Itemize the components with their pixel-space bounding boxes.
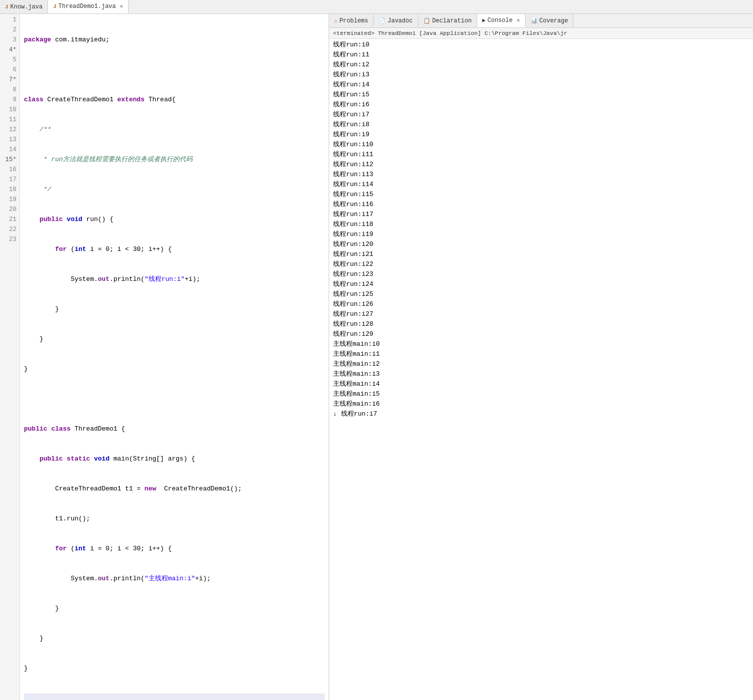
tab-javadoc[interactable]: 📄 Javadoc bbox=[374, 14, 418, 27]
code-line-23 bbox=[24, 694, 325, 700]
editor-pane: 1 2 3 4* 5 6 7* 8 9 10 11 12 13 14 15* 1… bbox=[0, 14, 329, 700]
code-line-22: } bbox=[24, 664, 325, 674]
console-status-bar: <terminated> ThreadDemo1 [Java Applicati… bbox=[329, 28, 753, 39]
right-pane: ⚠ Problems 📄 Javadoc 📋 Declaration ▶ Con… bbox=[329, 14, 753, 700]
know-tab-label: Know.java bbox=[10, 3, 43, 10]
code-line-7: public void run() { bbox=[24, 215, 325, 225]
console-line-9: 线程run:i9 bbox=[333, 130, 749, 140]
console-line-11: 线程run:i11 bbox=[333, 150, 749, 160]
code-line-3: class CreateThreadDemo1 extends Thread{ bbox=[24, 95, 325, 105]
code-line-11: } bbox=[24, 334, 325, 344]
console-line-33: 主线程main:i3 bbox=[333, 369, 749, 379]
code-line-1: package com.itmayiedu; bbox=[24, 35, 325, 45]
code-line-9: System.out.println("线程run:i"+i); bbox=[24, 274, 325, 284]
javadoc-label: Javadoc bbox=[387, 17, 412, 24]
line-numbers: 1 2 3 4* 5 6 7* 8 9 10 11 12 13 14 15* 1… bbox=[0, 14, 20, 700]
console-line-25: 线程run:i25 bbox=[333, 289, 749, 299]
console-line-5: 线程run:i5 bbox=[333, 90, 749, 100]
code-line-10: } bbox=[24, 304, 325, 314]
code-line-18: for (int i = 0; i < 30; i++) { bbox=[24, 544, 325, 554]
console-line-2: 线程run:i2 bbox=[333, 60, 749, 70]
console-line-30: 主线程main:i0 bbox=[333, 339, 749, 349]
console-line-7: 线程run:i7 bbox=[333, 110, 749, 120]
console-line-3: 线程run:i3 bbox=[333, 70, 749, 80]
console-line-12: 线程run:i12 bbox=[333, 160, 749, 170]
code-area[interactable]: 1 2 3 4* 5 6 7* 8 9 10 11 12 13 14 15* 1… bbox=[0, 14, 329, 700]
code-line-8: for (int i = 0; i < 30; i++) { bbox=[24, 244, 325, 254]
tab-problems[interactable]: ⚠ Problems bbox=[329, 14, 374, 27]
tab-close-icon[interactable]: ✕ bbox=[120, 3, 123, 9]
console-line-24: 线程run:i24 bbox=[333, 279, 749, 289]
editor-tab-bar: J Know.java J ThreadDemo1.java ✕ bbox=[0, 0, 753, 14]
problems-icon: ⚠ bbox=[334, 17, 338, 24]
console-line-19: 线程run:i19 bbox=[333, 230, 749, 239]
console-line-6: 线程run:i6 bbox=[333, 100, 749, 110]
console-line-26: 线程run:i26 bbox=[333, 299, 749, 309]
know-file-icon: J bbox=[5, 4, 8, 10]
console-line-21: 线程run:i21 bbox=[333, 249, 749, 259]
problems-label: Problems bbox=[340, 17, 369, 24]
code-line-19: System.out.println("主线程main:i"+i); bbox=[24, 574, 325, 584]
code-line-17: t1.run(); bbox=[24, 514, 325, 524]
code-line-13 bbox=[24, 394, 325, 404]
code-line-5: * run方法就是线程需要执行的任务或者执行的代码 bbox=[24, 155, 325, 165]
code-line-12: } bbox=[24, 364, 325, 374]
console-line-37: ↓ 线程run:i7 bbox=[333, 409, 749, 419]
declaration-label: Declaration bbox=[432, 17, 472, 24]
console-line-13: 线程run:i13 bbox=[333, 170, 749, 180]
console-output[interactable]: 线程run:i0线程run:i1线程run:i2线程run:i3线程run:i4… bbox=[329, 39, 753, 700]
tab-console[interactable]: ▶ Console ✕ bbox=[477, 14, 526, 27]
console-status-text: <terminated> ThreadDemo1 [Java Applicati… bbox=[333, 30, 567, 36]
console-line-20: 线程run:i20 bbox=[333, 239, 749, 249]
console-line-16: 线程run:i16 bbox=[333, 200, 749, 210]
code-line-4: /** bbox=[24, 125, 325, 135]
code-content[interactable]: package com.itmayiedu; class CreateThrea… bbox=[20, 14, 329, 700]
console-icon: ▶ bbox=[482, 17, 486, 23]
code-line-14: public class ThreadDemo1 { bbox=[24, 424, 325, 434]
code-line-15: public static void main(String[] args) { bbox=[24, 454, 325, 464]
console-line-35: 主线程main:i5 bbox=[333, 389, 749, 399]
console-tab-close-icon[interactable]: ✕ bbox=[517, 17, 520, 23]
console-line-36: 主线程main:i6 bbox=[333, 399, 749, 409]
threaddemo1-file-icon: J bbox=[53, 3, 56, 9]
console-line-31: 主线程main:i1 bbox=[333, 349, 749, 359]
declaration-icon: 📋 bbox=[423, 17, 430, 24]
code-line-21: } bbox=[24, 634, 325, 644]
console-line-29: 线程run:i29 bbox=[333, 329, 749, 339]
threaddemo1-tab-label: ThreadDemo1.java bbox=[58, 3, 116, 10]
console-label: Console bbox=[488, 17, 513, 24]
console-line-1: 线程run:i1 bbox=[333, 50, 749, 60]
code-line-2 bbox=[24, 65, 325, 75]
console-line-22: 线程run:i22 bbox=[333, 259, 749, 269]
console-line-14: 线程run:i14 bbox=[333, 180, 749, 190]
console-line-17: 线程run:i17 bbox=[333, 210, 749, 220]
console-line-15: 线程run:i15 bbox=[333, 190, 749, 200]
main-area: 1 2 3 4* 5 6 7* 8 9 10 11 12 13 14 15* 1… bbox=[0, 14, 753, 700]
javadoc-icon: 📄 bbox=[378, 17, 385, 24]
console-line-8: 线程run:i8 bbox=[333, 120, 749, 130]
tab-threaddemo1[interactable]: J ThreadDemo1.java ✕ bbox=[48, 0, 128, 13]
console-tab-bar: ⚠ Problems 📄 Javadoc 📋 Declaration ▶ Con… bbox=[329, 14, 753, 28]
tab-coverage[interactable]: 📊 Coverage bbox=[526, 14, 574, 27]
console-line-34: 主线程main:i4 bbox=[333, 379, 749, 389]
console-line-32: 主线程main:i2 bbox=[333, 359, 749, 369]
code-line-16: CreateThreadDemo1 t1 = new CreateThreadD… bbox=[24, 484, 325, 494]
code-line-6: */ bbox=[24, 185, 325, 195]
tab-know[interactable]: J Know.java bbox=[0, 0, 48, 13]
console-line-23: 线程run:i23 bbox=[333, 269, 749, 279]
coverage-label: Coverage bbox=[540, 17, 568, 24]
console-line-27: 线程run:i27 bbox=[333, 309, 749, 319]
console-line-10: 线程run:i10 bbox=[333, 140, 749, 150]
console-line-28: 线程run:i28 bbox=[333, 319, 749, 329]
tab-declaration[interactable]: 📋 Declaration bbox=[418, 14, 477, 27]
coverage-icon: 📊 bbox=[531, 17, 538, 24]
console-line-4: 线程run:i4 bbox=[333, 80, 749, 90]
console-line-0: 线程run:i0 bbox=[333, 40, 749, 50]
console-line-18: 线程run:i18 bbox=[333, 220, 749, 230]
code-line-20: } bbox=[24, 604, 325, 614]
